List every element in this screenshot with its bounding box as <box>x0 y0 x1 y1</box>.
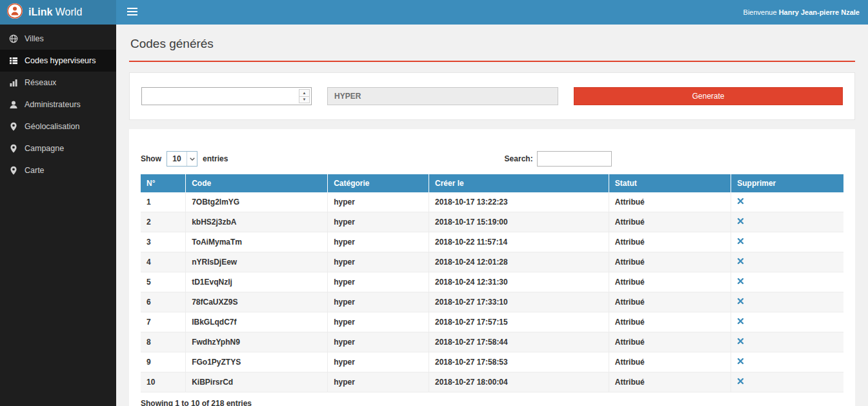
cell-num: 2 <box>141 212 186 232</box>
cell-created: 2018-10-27 17:58:44 <box>429 332 609 352</box>
table-header-row: N° Code Catégorie Créer le Statut Suppri… <box>141 174 843 192</box>
delete-icon[interactable] <box>737 198 744 205</box>
list-icon <box>9 56 18 65</box>
entries-label: entries <box>203 154 228 163</box>
sidebar-item-label: Campagne <box>25 144 64 153</box>
page-length-value: 10 <box>167 154 187 163</box>
column-header-num[interactable]: N° <box>141 174 186 192</box>
delete-icon[interactable] <box>737 318 744 325</box>
cell-category: hyper <box>328 212 429 232</box>
cell-created: 2018-10-24 12:31:30 <box>429 272 609 292</box>
delete-icon[interactable] <box>737 278 744 285</box>
page-length-control: Show 10 entries <box>141 151 228 167</box>
table-body: 1 7OBtg2lmYG hyper 2018-10-17 13:22:23 A… <box>141 192 843 392</box>
page-length-select[interactable]: 10 <box>167 151 197 167</box>
table-row: 5 tD1EvqNzIj hyper 2018-10-24 12:31:30 A… <box>141 272 843 292</box>
column-header-code[interactable]: Code <box>186 174 328 192</box>
table-row: 1 7OBtg2lmYG hyper 2018-10-17 13:22:23 A… <box>141 192 843 212</box>
search-input[interactable] <box>537 151 612 167</box>
welcome-prefix: Bienvenue <box>743 8 777 16</box>
cell-status: Attribué <box>609 272 731 292</box>
cell-category: hyper <box>328 372 429 392</box>
welcome-text: Bienvenue Hanry Jean-pierre Nzale <box>743 8 860 16</box>
table-row: 6 78fCaUXZ9S hyper 2018-10-27 17:33:10 A… <box>141 292 843 312</box>
welcome-user-name: Hanry Jean-pierre Nzale <box>779 8 860 16</box>
cell-status: Attribué <box>609 192 731 212</box>
sidebar-item[interactable]: Géolocalisation <box>0 116 116 137</box>
cell-created: 2018-10-27 18:00:04 <box>429 372 609 392</box>
cell-num: 10 <box>141 372 186 392</box>
column-header-created[interactable]: Créer le <box>429 174 609 192</box>
sidebar-item[interactable]: Administrateurs <box>0 94 116 116</box>
sidebar-item[interactable]: Réseaux <box>0 72 116 94</box>
table-row: 9 FGo1PyZTYS hyper 2018-10-27 17:58:53 A… <box>141 352 843 372</box>
cell-status: Attribué <box>609 312 731 332</box>
delete-icon[interactable] <box>737 358 744 365</box>
table-row: 7 IBkGLqdC7f hyper 2018-10-27 17:57:15 A… <box>141 312 843 332</box>
cell-created: 2018-10-27 17:58:53 <box>429 352 609 372</box>
cell-status: Attribué <box>609 252 731 272</box>
delete-icon[interactable] <box>737 238 744 245</box>
map-marker-icon <box>9 122 18 131</box>
cell-code: 7OBtg2lmYG <box>186 192 328 212</box>
code-quantity-field[interactable] <box>142 88 311 105</box>
table-row: 3 ToAiMymaTm hyper 2018-10-22 11:57:14 A… <box>141 232 843 252</box>
delete-icon[interactable] <box>737 298 744 305</box>
cell-delete <box>731 252 843 272</box>
cell-created: 2018-10-17 13:22:23 <box>429 192 609 212</box>
cell-num: 3 <box>141 232 186 252</box>
sidebar-item[interactable]: Codes hyperviseurs <box>0 50 116 72</box>
sidebar-item-label: Administrateurs <box>25 100 81 109</box>
cell-delete <box>731 212 843 232</box>
cell-delete <box>731 332 843 352</box>
cell-code: tD1EvqNzIj <box>186 272 328 292</box>
sidebar-item[interactable]: Campagne <box>0 137 116 159</box>
table-controls: Show 10 entries Search: <box>141 151 843 167</box>
delete-icon[interactable] <box>737 258 744 265</box>
cell-code: 78fCaUXZ9S <box>186 292 328 312</box>
codes-table-panel: Show 10 entries Search: <box>129 129 855 406</box>
category-input <box>327 87 558 105</box>
column-header-status[interactable]: Statut <box>609 174 731 192</box>
generate-button[interactable]: Generate <box>574 87 843 105</box>
code-quantity-input[interactable]: ▲ ▼ <box>141 87 312 105</box>
globe-icon <box>9 34 18 43</box>
number-spinner: ▲ ▼ <box>299 89 310 103</box>
cell-num: 8 <box>141 332 186 352</box>
cell-category: hyper <box>328 232 429 252</box>
spinner-down-icon[interactable]: ▼ <box>299 96 309 103</box>
sidebar-item[interactable]: Villes <box>0 28 116 50</box>
brand-logo[interactable]: iLink World <box>0 0 116 25</box>
spinner-up-icon[interactable]: ▲ <box>299 90 309 96</box>
table-row: 8 FwdhzYphN9 hyper 2018-10-27 17:58:44 A… <box>141 332 843 352</box>
codes-table: N° Code Catégorie Créer le Statut Suppri… <box>141 174 843 392</box>
delete-icon[interactable] <box>737 338 744 345</box>
brand-name: iLink World <box>28 6 82 18</box>
cell-created: 2018-10-27 17:57:15 <box>429 312 609 332</box>
sidebar-item[interactable]: Carte <box>0 159 116 181</box>
cell-category: hyper <box>328 332 429 352</box>
sidebar: iLink World Villes <box>0 0 116 406</box>
title-divider <box>129 61 855 62</box>
table-row: 4 nYRlsDjEew hyper 2018-10-24 12:01:28 A… <box>141 252 843 272</box>
sidebar-item-label: Codes hyperviseurs <box>25 56 96 65</box>
app-root: iLink World Villes <box>0 0 868 406</box>
column-header-category[interactable]: Catégorie <box>328 174 429 192</box>
cell-category: hyper <box>328 352 429 372</box>
column-header-delete[interactable]: Supprimer <box>731 174 843 192</box>
cell-status: Attribué <box>609 292 731 312</box>
cell-code: FwdhzYphN9 <box>186 332 328 352</box>
cell-category: hyper <box>328 252 429 272</box>
cell-code: FGo1PyZTYS <box>186 352 328 372</box>
cell-code: KiBPirsrCd <box>186 372 328 392</box>
delete-icon[interactable] <box>737 378 744 385</box>
cell-created: 2018-10-27 17:33:10 <box>429 292 609 312</box>
cell-delete <box>731 192 843 212</box>
page-title: Codes générés <box>130 37 855 51</box>
menu-toggle-button[interactable] <box>125 5 140 20</box>
search-control: Search: <box>505 151 612 167</box>
cell-code: ToAiMymaTm <box>186 232 328 252</box>
sidebar-menu: Villes Codes hyperviseurs <box>0 25 116 181</box>
user-icon <box>9 100 18 109</box>
delete-icon[interactable] <box>737 218 744 225</box>
